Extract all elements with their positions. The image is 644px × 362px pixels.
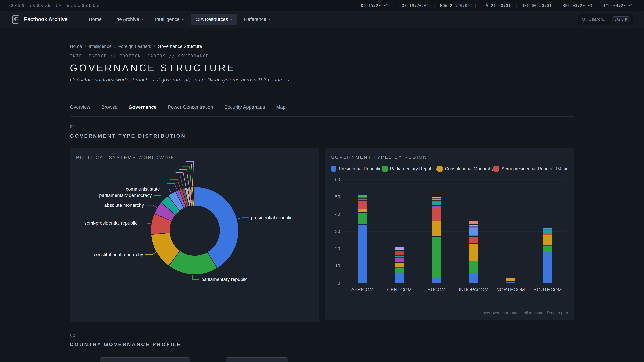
country-select[interactable]: -- Select a country -- bbox=[100, 358, 190, 362]
bar-segment-eucom[interactable] bbox=[432, 200, 441, 202]
bar-segment-eucom-semi-presidential-republic[interactable] bbox=[432, 207, 441, 221]
bar-segment-indopacom[interactable] bbox=[469, 226, 478, 228]
clock-dc: DC 15:20:01 bbox=[361, 3, 388, 8]
legend-item-presidential-republic[interactable]: Presidential Republic bbox=[331, 166, 375, 172]
tab-bar: OverviewBrowseGovernancePower Concentrat… bbox=[70, 104, 574, 117]
donut-label-communist-state: communist state bbox=[126, 186, 160, 192]
breadcrumb-item-home[interactable]: Home bbox=[70, 44, 82, 49]
bar-segment-africom-constitutional-monarchy[interactable] bbox=[358, 209, 367, 213]
bar-segment-eucom-presidential-republic[interactable] bbox=[432, 278, 441, 283]
legend-item-parliamentary-republic[interactable]: Parliamentary Republic bbox=[382, 166, 430, 172]
bar-segment-indopacom-semi-presidential-republic[interactable] bbox=[469, 237, 478, 244]
bar-segment-northcom-presidential-republic[interactable] bbox=[506, 282, 515, 283]
bar-segment-africom-semi-presidential-republic[interactable] bbox=[358, 202, 367, 209]
x-axis-label-eucom: EUCOM bbox=[428, 287, 446, 292]
breadcrumb-item-governance-structure: Governance Structure bbox=[158, 44, 202, 49]
bar-segment-centcom-parliamentary-republic[interactable] bbox=[395, 268, 404, 273]
nav-item-home[interactable]: Home bbox=[84, 13, 107, 25]
chart-zoom-hint: Hover over chart and scroll to zoom · Dr… bbox=[480, 311, 568, 315]
y-axis-tick-label: 40 bbox=[335, 212, 340, 217]
bar-segment-southcom[interactable] bbox=[543, 230, 552, 233]
bar-segment-southcom-semi-presidential-republic[interactable] bbox=[543, 233, 552, 235]
bar-segment-africom[interactable] bbox=[358, 195, 367, 197]
bar-segment-centcom[interactable] bbox=[395, 249, 404, 250]
bar-segment-eucom[interactable] bbox=[432, 202, 441, 206]
legend-label: Constitutional Monarchy bbox=[445, 166, 494, 171]
clock-lon: LON 19:20:01 bbox=[399, 3, 429, 8]
donut-callout-line bbox=[176, 173, 186, 187]
bar-segment-indopacom-presidential-republic[interactable] bbox=[469, 273, 478, 283]
tab-governance[interactable]: Governance bbox=[129, 104, 157, 116]
tab-overview[interactable]: Overview bbox=[70, 104, 90, 116]
bar-segment-eucom[interactable] bbox=[432, 199, 441, 200]
bar-segment-centcom-presidential-republic[interactable] bbox=[395, 273, 404, 283]
donut-callout-line bbox=[172, 176, 183, 188]
political-systems-donut-chart[interactable]: presidential republicparliamentary repub… bbox=[70, 148, 319, 322]
breadcrumb-item-foreign-leaders[interactable]: Foreign Leaders bbox=[118, 44, 151, 49]
bar-segment-centcom[interactable] bbox=[395, 257, 404, 263]
legend-pager: ◀1/4▶ bbox=[549, 166, 568, 171]
bar-segment-indopacom[interactable] bbox=[469, 225, 478, 226]
bar-segment-indopacom[interactable] bbox=[469, 235, 478, 237]
donut-callout-line bbox=[139, 223, 151, 224]
legend-next-icon[interactable]: ▶ bbox=[564, 167, 568, 171]
nav-menu: HomeThe ArchiveIntelligenceCIA Resources… bbox=[84, 13, 276, 25]
legend-item-constitutional-monarchy[interactable]: Constitutional Monarchy bbox=[437, 166, 486, 172]
search-shortcut-badge: Ctrl K bbox=[612, 16, 630, 22]
section-number-01: 01 bbox=[70, 124, 574, 129]
bar-segment-eucom-parliamentary-republic[interactable] bbox=[432, 237, 441, 278]
bar-segment-southcom-presidential-republic[interactable] bbox=[543, 252, 552, 283]
legend-item-semi-presidential-republic[interactable]: Semi-presidential Republic bbox=[494, 166, 547, 172]
bar-segment-indopacom[interactable] bbox=[469, 221, 478, 225]
bar-segment-africom-parliamentary-republic[interactable] bbox=[358, 213, 367, 225]
nav-item-the-archive[interactable]: The Archive bbox=[108, 13, 148, 25]
nav-item-reference[interactable]: Reference bbox=[239, 13, 276, 25]
bar-segment-centcom[interactable] bbox=[395, 247, 404, 249]
page-title: GOVERNANCE STRUCTURE bbox=[70, 62, 574, 73]
bar-segment-africom[interactable] bbox=[358, 200, 367, 202]
bar-segment-indopacom-constitutional-monarchy[interactable] bbox=[469, 244, 478, 261]
bar-segment-indopacom[interactable] bbox=[469, 228, 478, 235]
tab-power-concentration[interactable]: Power Concentration bbox=[168, 104, 213, 116]
tab-security-apparatus[interactable]: Security Apparatus bbox=[224, 104, 265, 116]
bar-segment-eucom[interactable] bbox=[432, 197, 441, 199]
bar-segment-northcom-constitutional-monarchy[interactable] bbox=[506, 278, 515, 282]
bar-segment-centcom[interactable] bbox=[395, 250, 404, 252]
bar-segment-indopacom-parliamentary-republic[interactable] bbox=[469, 261, 478, 273]
legend-prev-icon[interactable]: ◀ bbox=[549, 167, 552, 171]
tab-map[interactable]: Map bbox=[276, 104, 286, 116]
bar-chart-card: GOVERNMENT TYPES BY REGION Presidential … bbox=[324, 148, 574, 321]
bar-segment-centcom[interactable] bbox=[395, 252, 404, 256]
section-title-profile: COUNTRY GOVERNANCE PROFILE bbox=[70, 342, 574, 347]
breadcrumb-separator: / bbox=[85, 44, 86, 49]
bar-segment-southcom-constitutional-monarchy[interactable] bbox=[543, 235, 552, 245]
bar-segment-africom[interactable] bbox=[358, 199, 367, 200]
bar-segment-southcom-parliamentary-republic[interactable] bbox=[543, 245, 552, 252]
tab-browse[interactable]: Browse bbox=[101, 104, 118, 116]
breadcrumb-item-intelligence[interactable]: Intelligence bbox=[89, 44, 112, 49]
chevron-down-icon bbox=[230, 17, 232, 20]
bar-segment-centcom[interactable] bbox=[395, 256, 404, 257]
x-axis-label-northcom: NORTHCOM bbox=[496, 287, 525, 292]
government-types-bar-chart[interactable]: 0102030405060AFRICOMCENTCOMEUCOMINDOPACO… bbox=[331, 178, 568, 295]
bar-segment-centcom-constitutional-monarchy[interactable] bbox=[395, 263, 404, 268]
bar-segment-eucom-constitutional-monarchy[interactable] bbox=[432, 221, 441, 237]
nav-item-cia-resources[interactable]: CIA Resources bbox=[190, 13, 237, 25]
page-subtitle: Constitutional frameworks, branches of g… bbox=[70, 77, 574, 83]
bar-segment-eucom[interactable] bbox=[432, 206, 441, 207]
bar-segment-africom[interactable] bbox=[358, 197, 367, 199]
donut-chart-card: POLITICAL SYSTEMS WORLDWIDE presidential… bbox=[70, 148, 320, 323]
donut-callout-line bbox=[145, 252, 156, 255]
region-select[interactable]: All Regions bbox=[226, 358, 288, 362]
search-box[interactable]: Ctrl K bbox=[578, 14, 633, 25]
clock-separator: | bbox=[474, 3, 476, 7]
legend-label: Presidential Republic bbox=[339, 166, 381, 171]
search-input[interactable] bbox=[588, 17, 612, 22]
bar-segment-southcom[interactable] bbox=[543, 228, 552, 230]
nav-item-intelligence[interactable]: Intelligence bbox=[150, 13, 189, 25]
legend-label: Parliamentary Republic bbox=[390, 166, 437, 171]
bar-segment-africom-presidential-republic[interactable] bbox=[358, 225, 367, 283]
donut-label-parliamentary-democracy: parliamentary democracy bbox=[99, 193, 152, 198]
chevron-down-icon bbox=[268, 17, 271, 20]
donut-callout-line bbox=[154, 195, 164, 199]
